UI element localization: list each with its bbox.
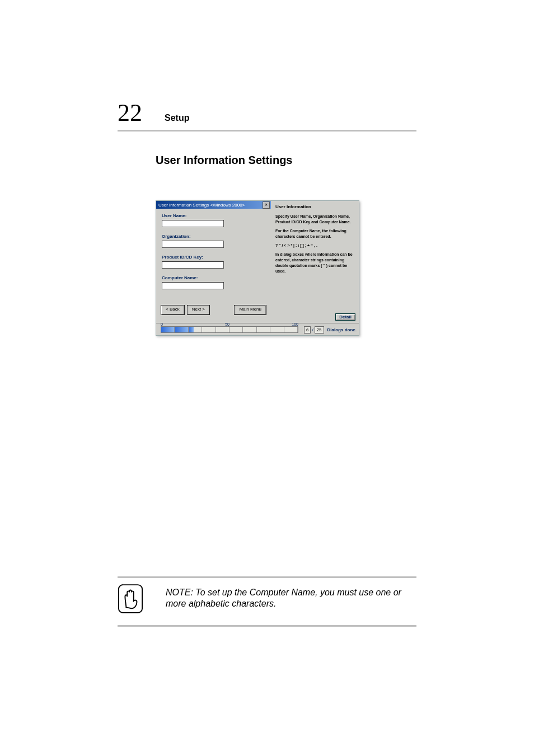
counter-current: 6 — [304, 326, 311, 334]
dialog-title-text: User Information Settings <Windows 2000> — [158, 203, 245, 208]
dialog-counter: 6 / 25 Dialogs done. — [304, 326, 357, 334]
help-p2: For the Computer Name, the following cha… — [275, 228, 355, 240]
help-p1: Specify User Name, Organization Name, Pr… — [275, 214, 355, 225]
product-key-input[interactable] — [162, 261, 224, 269]
user-name-label: User Name: — [162, 213, 265, 218]
dialog-footer: 0 50 100 6 / — [156, 323, 359, 335]
help-p4: In dialog boxes where information can be… — [275, 252, 355, 274]
back-button[interactable]: < Back — [161, 305, 185, 315]
scale-min: 0 — [161, 322, 163, 326]
note-block: NOTE: To set up the Computer Name, you m… — [118, 576, 416, 627]
dialog-titlebar: User Information Settings <Windows 2000>… — [156, 201, 271, 209]
help-title: User Information — [275, 204, 355, 209]
section-title: User Information Settings — [156, 154, 416, 167]
main-menu-button[interactable]: Main Menu — [234, 305, 266, 315]
close-icon[interactable]: × — [263, 201, 270, 209]
chapter-title: Setup — [165, 113, 189, 123]
organization-label: Organization: — [162, 234, 265, 239]
counter-sep: / — [312, 327, 313, 332]
note-text: NOTE: To set up the Computer Name, you m… — [166, 584, 416, 609]
dialog-left-pane: User Information Settings <Windows 2000>… — [156, 201, 271, 323]
user-name-input[interactable] — [162, 220, 224, 227]
counter-total: 25 — [315, 326, 324, 334]
counter-status: Dialogs done. — [327, 327, 357, 332]
detail-button[interactable]: Detail — [335, 313, 355, 321]
note-hand-icon — [118, 584, 143, 616]
form-area: User Name: Organization: Product ID/CD K… — [156, 209, 271, 298]
product-key-label: Product ID/CD Key: — [162, 255, 265, 260]
computer-name-label: Computer Name: — [162, 275, 265, 280]
dialog-button-row: < Back Next > Main Menu — [156, 298, 271, 320]
help-pane: User Information Specify User Name, Orga… — [271, 201, 359, 323]
scale-mid: 50 — [225, 322, 229, 326]
progress-bar: 0 50 100 — [161, 326, 298, 333]
organization-input[interactable] — [162, 241, 224, 248]
computer-name-input[interactable] — [162, 282, 224, 289]
scale-max: 100 — [292, 322, 298, 326]
page-header: 22 Setup — [118, 101, 416, 132]
page-number: 22 — [118, 101, 142, 125]
dialog-screenshot: User Information Settings <Windows 2000>… — [156, 200, 359, 336]
next-button[interactable]: Next > — [187, 305, 210, 315]
help-p3: ? " / < > * | : \ [ ] ; + = , . — [275, 243, 355, 248]
